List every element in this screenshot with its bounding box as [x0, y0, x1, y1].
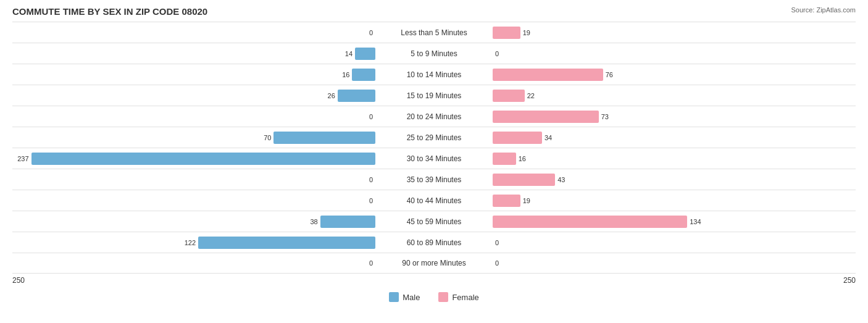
table-row: 1610 to 14 Minutes76	[12, 64, 856, 85]
male-value: 70	[264, 134, 271, 141]
male-value: 0	[369, 29, 373, 36]
female-bar-section: 16	[493, 148, 856, 169]
female-bar-section: 43	[493, 169, 856, 190]
row-label: 90 or more Minutes	[375, 259, 493, 267]
female-value: 19	[523, 29, 530, 36]
axis-labels: 250 250	[12, 274, 856, 287]
female-bar	[493, 216, 687, 228]
female-value: 76	[606, 71, 613, 78]
female-bar-section: 22	[493, 85, 856, 106]
female-bar	[493, 69, 603, 81]
axis-right: 250	[493, 276, 856, 285]
table-row: 12260 to 89 Minutes0	[12, 232, 856, 253]
female-bar	[493, 111, 599, 123]
female-value: 19	[523, 197, 530, 204]
female-bar-section: 19	[493, 190, 856, 211]
female-bar-section: 19	[493, 22, 856, 43]
female-bar-section: 34	[493, 127, 856, 148]
female-bar	[493, 132, 542, 144]
male-value: 0	[369, 259, 373, 267]
table-row: 0Less than 5 Minutes19	[12, 22, 856, 43]
female-value: 134	[690, 218, 701, 225]
table-row: 020 to 24 Minutes73	[12, 106, 856, 127]
female-value: 0	[495, 259, 499, 267]
female-swatch	[438, 292, 448, 302]
male-bar-section: 0	[12, 22, 375, 43]
chart-area: 0Less than 5 Minutes19145 to 9 Minutes01…	[12, 22, 856, 274]
row-label: 10 to 14 Minutes	[375, 70, 493, 79]
row-label: 5 to 9 Minutes	[375, 49, 493, 58]
row-label: 25 to 29 Minutes	[375, 133, 493, 142]
male-value: 16	[342, 71, 349, 78]
female-value: 0	[495, 239, 499, 246]
table-row: 23730 to 34 Minutes16	[12, 148, 856, 169]
male-bar-section: 26	[12, 85, 375, 106]
female-value: 0	[495, 50, 499, 57]
table-row: 2615 to 19 Minutes22	[12, 85, 856, 106]
female-bar-section: 0	[493, 43, 856, 64]
female-bar-section: 0	[493, 253, 856, 273]
axis-left: 250	[12, 276, 375, 285]
male-bar	[338, 90, 375, 102]
male-bar	[273, 132, 375, 144]
male-bar	[198, 237, 375, 249]
row-label: 40 to 44 Minutes	[375, 196, 493, 205]
legend-male: Male	[389, 292, 420, 302]
table-row: 035 to 39 Minutes43	[12, 169, 856, 190]
male-bar-section: 38	[12, 211, 375, 232]
female-bar	[493, 195, 520, 207]
female-value: 22	[527, 92, 535, 99]
female-value: 73	[601, 113, 609, 120]
male-value: 237	[17, 155, 28, 162]
row-label: 15 to 19 Minutes	[375, 91, 493, 100]
female-value: 43	[557, 176, 565, 183]
male-value: 0	[369, 113, 373, 120]
table-row: 090 or more Minutes0	[12, 253, 856, 274]
male-bar-section: 0	[12, 190, 375, 211]
male-value: 38	[310, 218, 317, 225]
source-text: Source: ZipAtlas.com	[791, 6, 856, 14]
row-label: 35 to 39 Minutes	[375, 175, 493, 184]
male-bar-section: 0	[12, 253, 375, 273]
male-value: 0	[369, 176, 373, 183]
female-bar	[493, 153, 516, 165]
table-row: 145 to 9 Minutes0	[12, 43, 856, 64]
legend-male-label: Male	[403, 293, 420, 302]
row-label: 30 to 34 Minutes	[375, 154, 493, 163]
table-row: 7025 to 29 Minutes34	[12, 127, 856, 148]
male-bar	[320, 216, 375, 228]
male-bar-section: 14	[12, 43, 375, 64]
male-value: 14	[345, 50, 353, 57]
male-swatch	[389, 292, 399, 302]
legend-female-label: Female	[452, 293, 478, 302]
female-bar-section: 0	[493, 232, 856, 253]
female-bar-section: 134	[493, 211, 856, 232]
male-bar-section: 0	[12, 106, 375, 127]
male-bar-section: 70	[12, 127, 375, 148]
female-bar	[493, 90, 525, 102]
male-value: 122	[185, 239, 196, 246]
legend: Male Female	[12, 292, 856, 302]
male-bar-section: 237	[12, 148, 375, 169]
table-row: 3845 to 59 Minutes134	[12, 211, 856, 232]
male-value: 0	[369, 197, 373, 204]
legend-female: Female	[438, 292, 478, 302]
female-value: 34	[545, 134, 552, 141]
male-bar	[31, 153, 375, 165]
table-row: 040 to 44 Minutes19	[12, 190, 856, 211]
chart-title: COMMUTE TIME BY SEX IN ZIP CODE 08020	[12, 6, 207, 17]
row-label: 20 to 24 Minutes	[375, 112, 493, 121]
row-label: 60 to 89 Minutes	[375, 238, 493, 247]
male-bar	[352, 69, 375, 81]
female-bar-section: 76	[493, 64, 856, 85]
male-bar-section: 16	[12, 64, 375, 85]
male-bar	[355, 48, 375, 60]
female-value: 16	[519, 155, 526, 162]
row-label: 45 to 59 Minutes	[375, 217, 493, 226]
male-bar-section: 122	[12, 232, 375, 253]
male-value: 26	[328, 92, 335, 99]
female-bar-section: 73	[493, 106, 856, 127]
female-bar	[493, 174, 555, 186]
male-bar-section: 0	[12, 169, 375, 190]
row-label: Less than 5 Minutes	[375, 28, 493, 37]
